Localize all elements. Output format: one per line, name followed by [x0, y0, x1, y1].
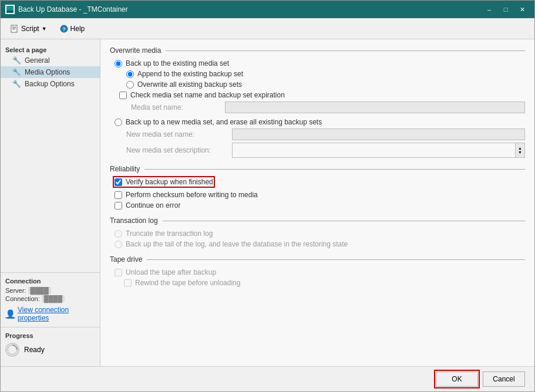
transaction-log-header: Transaction log [110, 217, 525, 225]
media-set-name-row: Media set name: [131, 102, 525, 113]
verify-backup-label: Verify backup when finished [126, 178, 213, 186]
sidebar-item-backup-options[interactable]: 🔧 Backup Options [1, 78, 100, 90]
maximize-button[interactable]: □ [498, 4, 513, 15]
reliability-section: Reliability Verify backup when finished … [110, 165, 525, 209]
sidebar-item-label-general: General [25, 56, 50, 65]
perform-checksum-label: Perform checksum before writing to media [126, 191, 258, 199]
check-media-set-name-input[interactable] [119, 92, 127, 99]
tape-drive-header: Tape drive [110, 255, 525, 263]
toolbar: Script ▼ ? Help [1, 18, 534, 39]
connection-server-row: Server: ████ [5, 287, 95, 294]
sidebar-item-general[interactable]: 🔧 General [1, 55, 100, 66]
radio-existing-media-label: Back up to the existing media set [126, 59, 229, 67]
new-media-set-desc-input[interactable]: ▲ ▼ [232, 143, 525, 158]
main-content: Overwrite media Back up to the existing … [100, 39, 534, 366]
ok-button[interactable]: OK [436, 371, 478, 387]
new-media-set-name-row: New media set name: [126, 129, 525, 140]
close-button[interactable]: ✕ [514, 4, 530, 15]
radio-new-media-input[interactable] [115, 119, 122, 126]
new-media-set-desc-label: New media set description: [126, 146, 232, 154]
radio-overwrite-all: Overwrite all existing backup sets [126, 80, 525, 89]
check-rewind-tape: Rewind the tape before unloading [124, 279, 525, 287]
general-icon: 🔧 [12, 56, 21, 65]
rewind-tape-checkbox[interactable] [124, 279, 132, 287]
content-area: Select a page 🔧 General 🔧 Media Options … [1, 39, 534, 366]
minimize-button[interactable]: – [482, 4, 497, 15]
sub-radio-group: Append to the existing backup set Overwr… [126, 70, 525, 89]
new-media-set-name-label: New media set name: [126, 130, 232, 138]
help-icon: ? [60, 25, 68, 33]
sidebar: Select a page 🔧 General 🔧 Media Options … [1, 39, 100, 366]
radio-backup-tail: Back up the tail of the log, and leave t… [115, 240, 525, 248]
progress-content: Ready [5, 343, 95, 357]
view-connection-link[interactable]: 👤 View connection properties [5, 306, 95, 322]
connection-conn-row: Connection: ████ [5, 295, 95, 302]
continue-on-error-checkbox[interactable] [115, 202, 122, 209]
main-window: Back Up Database - _TMContainer – □ ✕ Sc… [0, 0, 535, 392]
sidebar-item-media-options[interactable]: 🔧 Media Options [1, 66, 100, 78]
title-bar-text: Back Up Database - _TMContainer [18, 5, 482, 13]
server-value: ████ [28, 287, 51, 294]
radio-append-input[interactable] [126, 70, 134, 78]
radio-truncate-log-input[interactable] [115, 230, 122, 238]
radio-backup-tail-input[interactable] [115, 241, 122, 248]
continue-on-error-label: Continue on error [126, 201, 180, 209]
window-controls: – □ ✕ [482, 4, 530, 15]
media-options-icon: 🔧 [12, 68, 21, 76]
overwrite-media-section: Overwrite media Back up to the existing … [110, 46, 525, 158]
radio-overwrite-all-label: Overwrite all existing backup sets [137, 80, 242, 89]
overwrite-media-header: Overwrite media [110, 46, 525, 55]
progress-spinner [5, 343, 19, 357]
progress-status: Ready [24, 346, 45, 354]
reliability-header: Reliability [110, 165, 525, 173]
bottom-buttons-bar: OK Cancel [1, 366, 534, 391]
check-unload-tape: Unload the tape after backup [115, 268, 525, 276]
script-label: Script [21, 25, 39, 33]
backup-options-icon: 🔧 [12, 80, 21, 88]
overwrite-radio-group: Back up to the existing media set Append… [115, 59, 525, 113]
radio-new-media-label: Back up to a new media set, and erase al… [126, 118, 322, 126]
sidebar-item-label-media: Media Options [25, 68, 70, 76]
media-set-name-label: Media set name: [131, 103, 225, 111]
unload-tape-checkbox[interactable] [115, 269, 122, 276]
scroll-buttons[interactable]: ▲ ▼ [515, 143, 524, 157]
tape-drive-section: Tape drive Unload the tape after backup … [110, 255, 525, 287]
script-dropdown-icon: ▼ [42, 26, 47, 32]
svg-rect-0 [6, 6, 14, 11]
check-verify-backup: Verify backup when finished [115, 178, 213, 186]
progress-section: Progress Ready [1, 327, 100, 361]
check-media-set-name-label: Check media set name and backup set expi… [130, 91, 285, 99]
verify-backup-checkbox[interactable] [115, 178, 122, 186]
radio-overwrite-all-input[interactable] [126, 81, 134, 89]
perform-checksum-checkbox[interactable] [115, 191, 122, 199]
server-label: Server: [5, 287, 26, 294]
connection-value: ████ [42, 295, 65, 302]
radio-truncate-log-label: Truncate the transaction log [126, 229, 213, 238]
svg-rect-1 [6, 11, 14, 13]
new-media-set-name-input[interactable] [232, 129, 525, 140]
help-label: Help [70, 25, 85, 33]
script-button[interactable]: Script ▼ [5, 22, 52, 35]
unload-tape-label: Unload the tape after backup [126, 268, 216, 276]
radio-backup-tail-label: Back up the tail of the log, and leave t… [126, 240, 348, 248]
svg-rect-2 [11, 25, 17, 32]
media-set-name-input[interactable] [225, 102, 525, 113]
sidebar-section-pages: Select a page 🔧 General 🔧 Media Options … [1, 44, 100, 90]
sidebar-item-label-backup: Backup Options [25, 80, 75, 88]
cancel-button[interactable]: Cancel [483, 371, 525, 387]
rewind-tape-label: Rewind the tape before unloading [135, 279, 240, 287]
new-media-set-desc-row: New media set description: ▲ ▼ [126, 143, 525, 158]
radio-existing-media-input[interactable] [115, 60, 122, 67]
connection-section: Connection Server: ████ Connection: ████… [1, 272, 100, 327]
title-bar: Back Up Database - _TMContainer – □ ✕ [1, 1, 534, 18]
app-icon [5, 5, 15, 14]
connection-title: Connection [5, 278, 95, 285]
help-button[interactable]: ? Help [55, 22, 90, 35]
connection-properties-icon: 👤 [5, 309, 15, 319]
radio-new-media-set: Back up to a new media set, and erase al… [115, 118, 525, 126]
radio-existing-media-set: Back up to the existing media set [115, 59, 525, 67]
radio-append: Append to the existing backup set [126, 70, 525, 78]
view-connection-label: View connection properties [18, 306, 95, 322]
transaction-log-section: Transaction log Truncate the transaction… [110, 217, 525, 248]
check-perform-checksum: Perform checksum before writing to media [115, 191, 525, 199]
